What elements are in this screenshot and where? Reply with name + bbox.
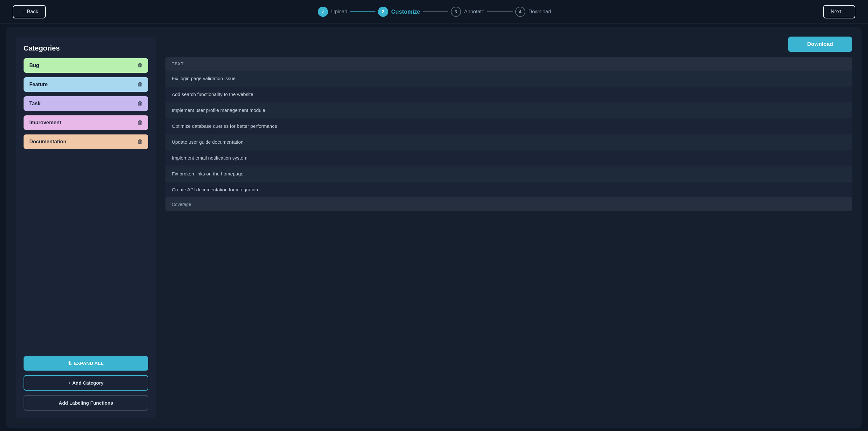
step-connector-1 bbox=[350, 11, 375, 12]
category-documentation-label: Documentation bbox=[29, 139, 66, 144]
table-row: Create API documentation for integration bbox=[165, 182, 852, 198]
table-cell-text: Fix broken links on the homepage bbox=[165, 166, 852, 182]
table-footer-coverage: Coverage bbox=[165, 197, 852, 211]
category-bug[interactable]: Bug 🗑 bbox=[24, 58, 148, 73]
table-cell-text: Optimize database queries for better per… bbox=[165, 118, 852, 134]
category-improvement[interactable]: Improvement 🗑 bbox=[24, 115, 148, 130]
table-row: Add search functionality to the website bbox=[165, 87, 852, 102]
table-cell-text: Fix login page validation issue bbox=[165, 71, 852, 87]
trash-icon-bug[interactable]: 🗑 bbox=[137, 63, 143, 68]
table-header-row: TEXT bbox=[165, 57, 852, 71]
download-button[interactable]: Download bbox=[788, 37, 852, 52]
table-cell-text: Create API documentation for integration bbox=[165, 182, 852, 198]
text-table: TEXT Fix login page validation issueAdd … bbox=[165, 57, 852, 211]
table-cell-text: Update user guide documentation bbox=[165, 134, 852, 150]
main-content: Categories Bug 🗑 Feature 🗑 Task 🗑 Improv… bbox=[6, 27, 862, 428]
left-panel: Categories Bug 🗑 Feature 🗑 Task 🗑 Improv… bbox=[16, 37, 156, 418]
table-row: Fix broken links on the homepage bbox=[165, 166, 852, 182]
add-category-button[interactable]: + Add Category bbox=[24, 375, 148, 391]
step-upload: ✓ Upload bbox=[318, 7, 347, 17]
step-label-download: Download bbox=[528, 9, 551, 14]
step-connector-3 bbox=[487, 11, 513, 12]
column-header-text: TEXT bbox=[165, 57, 852, 71]
category-feature-label: Feature bbox=[29, 82, 48, 88]
trash-icon-feature[interactable]: 🗑 bbox=[137, 82, 143, 88]
table-row: Optimize database queries for better per… bbox=[165, 118, 852, 134]
step-label-annotate: Annotate bbox=[464, 9, 485, 14]
step-connector-2 bbox=[423, 11, 448, 12]
table-row: Fix login page validation issue bbox=[165, 71, 852, 87]
right-panel: Download TEXT Fix login page validation … bbox=[165, 37, 852, 418]
step-label-upload: Upload bbox=[331, 9, 347, 14]
step-circle-download: 4 bbox=[515, 7, 525, 17]
add-labeling-functions-button[interactable]: Add Labeling Functions bbox=[24, 395, 148, 411]
table-cell-text: Implement email notification system bbox=[165, 150, 852, 166]
table-cell-text: Implement user profile management module bbox=[165, 102, 852, 118]
panel-title: Categories bbox=[24, 44, 148, 53]
top-nav: ← Back ✓ Upload 2 Customize 3 Annotate 4… bbox=[0, 0, 868, 24]
right-top-bar: Download bbox=[165, 37, 852, 52]
table-row: Update user guide documentation bbox=[165, 134, 852, 150]
step-circle-upload: ✓ bbox=[318, 7, 328, 17]
trash-icon-task[interactable]: 🗑 bbox=[137, 101, 143, 106]
step-customize: 2 Customize bbox=[378, 7, 420, 17]
step-download: 4 Download bbox=[515, 7, 551, 17]
step-label-customize: Customize bbox=[391, 8, 420, 15]
back-button[interactable]: ← Back bbox=[13, 5, 46, 19]
step-circle-customize: 2 bbox=[378, 7, 388, 17]
table-row: Implement user profile management module bbox=[165, 102, 852, 118]
trash-icon-improvement[interactable]: 🗑 bbox=[137, 120, 143, 126]
table-row: Implement email notification system bbox=[165, 150, 852, 166]
table-cell-text: Add search functionality to the website bbox=[165, 87, 852, 102]
category-task[interactable]: Task 🗑 bbox=[24, 96, 148, 111]
category-task-label: Task bbox=[29, 101, 40, 106]
category-feature[interactable]: Feature 🗑 bbox=[24, 77, 148, 92]
trash-icon-documentation[interactable]: 🗑 bbox=[137, 139, 143, 144]
table-footer-row: Coverage bbox=[165, 197, 852, 211]
next-button[interactable]: Next → bbox=[823, 5, 855, 19]
category-bug-label: Bug bbox=[29, 63, 39, 68]
expand-all-button[interactable]: ⇅ EXPAND ALL bbox=[24, 356, 148, 371]
step-circle-annotate: 3 bbox=[451, 7, 461, 17]
step-annotate: 3 Annotate bbox=[451, 7, 485, 17]
category-improvement-label: Improvement bbox=[29, 120, 61, 126]
stepper: ✓ Upload 2 Customize 3 Annotate 4 Downlo… bbox=[318, 7, 551, 17]
category-documentation[interactable]: Documentation 🗑 bbox=[24, 134, 148, 149]
